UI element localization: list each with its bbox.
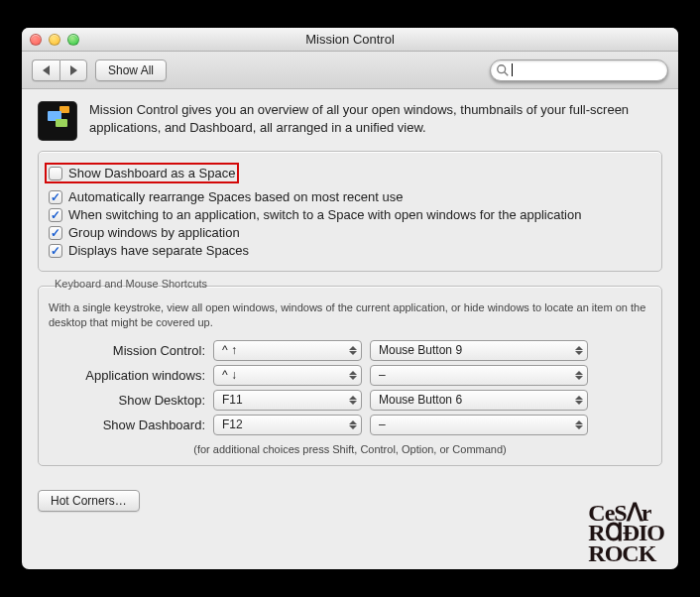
shortcuts-group: Keyboard and Mouse Shortcuts With a sing…	[38, 286, 662, 466]
stepper-icon	[575, 396, 583, 405]
select-value: –	[379, 418, 386, 431]
option-dashboard-space[interactable]: Show Dashboard as a Space	[45, 163, 239, 183]
search-icon	[496, 63, 510, 77]
mouse-select[interactable]: –	[370, 415, 588, 435]
shortcut-row-show-dashboard: Show Dashboard: F12 –	[49, 415, 651, 435]
key-select[interactable]: ^ ↓	[213, 365, 362, 386]
svg-point-0	[498, 64, 506, 72]
option-label: Show Dashboard as a Space	[68, 166, 235, 180]
shortcuts-footnote: (for additional choices press Shift, Con…	[49, 443, 651, 455]
select-value: F12	[222, 418, 243, 431]
option-switch-space[interactable]: When switching to an application, switch…	[49, 207, 651, 222]
checkbox[interactable]	[49, 226, 62, 240]
stepper-icon	[575, 346, 583, 355]
option-label: Displays have separate Spaces	[68, 243, 249, 258]
shortcut-row-app-windows: Application windows: ^ ↓ –	[49, 365, 651, 386]
stepper-icon	[575, 420, 583, 429]
select-value: ^ ↓	[222, 368, 237, 382]
pref-window: Mission Control Show All Mission Control…	[22, 28, 678, 569]
shortcut-label: Show Dashboard:	[49, 418, 205, 432]
option-displays-spaces[interactable]: Displays have separate Spaces	[49, 243, 651, 258]
select-value: Mouse Button 9	[379, 343, 462, 357]
key-select[interactable]: F12	[213, 415, 362, 435]
mission-control-icon	[38, 101, 77, 141]
bottom-row: Hot Corners…	[22, 490, 678, 512]
nav-buttons	[32, 60, 87, 81]
intro-row: Mission Control gives you an overview of…	[38, 101, 662, 141]
group-legend: Keyboard and Mouse Shortcuts	[51, 278, 211, 290]
toolbar: Show All	[22, 52, 678, 89]
option-label: When switching to an application, switch…	[68, 207, 581, 222]
chevron-left-icon	[43, 65, 50, 75]
back-button[interactable]	[32, 60, 59, 81]
checkbox[interactable]	[49, 208, 62, 222]
hot-corners-button[interactable]: Hot Corners…	[38, 490, 140, 512]
shortcut-row-mission-control: Mission Control: ^ ↑ Mouse Button 9	[49, 340, 651, 361]
watermark: CeSɅr RⱭĐIO ROCK	[588, 503, 664, 563]
shortcut-row-show-desktop: Show Desktop: F11 Mouse Button 6	[49, 390, 651, 411]
chevron-right-icon	[70, 65, 77, 75]
checkbox[interactable]	[49, 190, 62, 204]
stepper-icon	[349, 371, 357, 380]
search-field[interactable]	[490, 60, 668, 81]
select-value: Mouse Button 6	[379, 393, 462, 407]
select-value: F11	[222, 393, 243, 407]
checkbox[interactable]	[49, 244, 62, 258]
shortcut-label: Mission Control:	[49, 343, 205, 358]
intro-text: Mission Control gives you an overview of…	[89, 101, 662, 136]
show-all-button[interactable]: Show All	[95, 60, 167, 81]
key-select[interactable]: F11	[213, 390, 362, 411]
titlebar: Mission Control	[22, 28, 678, 52]
mouse-select[interactable]: Mouse Button 6	[370, 390, 588, 411]
window-title: Mission Control	[22, 32, 678, 47]
stepper-icon	[575, 371, 583, 380]
shortcut-label: Application windows:	[49, 368, 205, 383]
key-select[interactable]: ^ ↑	[213, 340, 362, 361]
option-group-windows[interactable]: Group windows by application	[49, 225, 651, 240]
options-group: Show Dashboard as a Space Automatically …	[38, 151, 662, 272]
stepper-icon	[349, 346, 357, 355]
mouse-select[interactable]: Mouse Button 9	[370, 340, 588, 361]
stepper-icon	[349, 396, 357, 405]
svg-line-1	[505, 71, 509, 75]
select-value: –	[379, 368, 386, 382]
option-label: Automatically rearrange Spaces based on …	[68, 189, 403, 204]
shortcuts-hint: With a single keystroke, view all open w…	[49, 300, 651, 330]
select-value: ^ ↑	[222, 343, 237, 357]
option-label: Group windows by application	[68, 225, 240, 240]
forward-button[interactable]	[59, 60, 87, 81]
content-area: Mission Control gives you an overview of…	[22, 89, 678, 490]
mouse-select[interactable]: –	[370, 365, 588, 386]
stepper-icon	[349, 420, 357, 429]
option-auto-rearrange[interactable]: Automatically rearrange Spaces based on …	[49, 189, 651, 204]
text-cursor	[512, 63, 513, 76]
shortcut-label: Show Desktop:	[49, 393, 205, 408]
checkbox[interactable]	[49, 167, 62, 180]
search-input[interactable]	[490, 60, 668, 81]
